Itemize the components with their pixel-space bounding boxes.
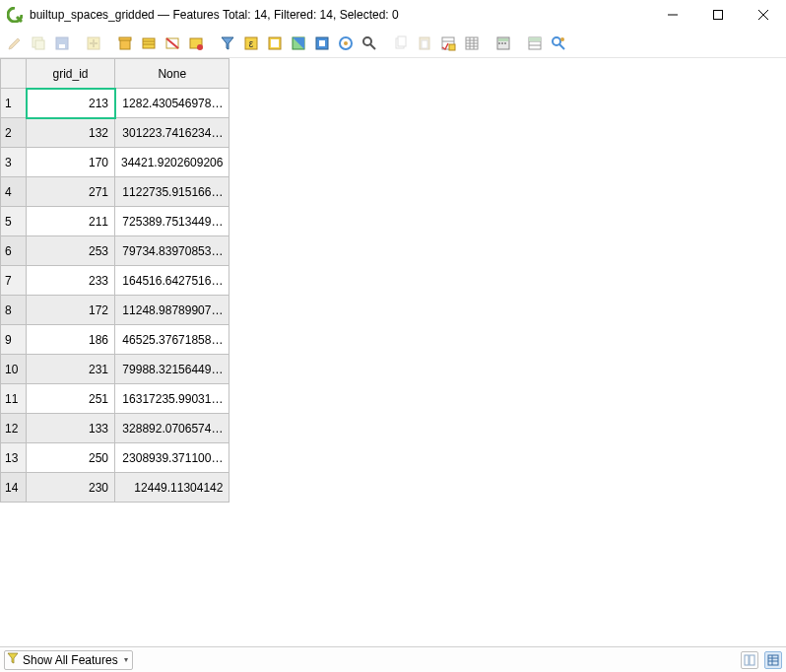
maximize-button[interactable] bbox=[695, 0, 741, 30]
svg-point-29 bbox=[363, 37, 371, 45]
row-header[interactable]: 8 bbox=[1, 296, 27, 325]
select-all-icon[interactable] bbox=[264, 33, 286, 54]
paste-cell-icon[interactable] bbox=[414, 33, 435, 54]
copy-icon[interactable] bbox=[162, 33, 183, 54]
filter-icon bbox=[7, 652, 19, 667]
column-header-none[interactable]: None bbox=[115, 59, 229, 89]
cell-none[interactable]: 79734.83970853… bbox=[115, 236, 229, 266]
svg-rect-12 bbox=[119, 37, 131, 40]
svg-rect-7 bbox=[59, 44, 65, 48]
zoom-to-selected-icon[interactable] bbox=[359, 33, 380, 54]
row-header[interactable]: 10 bbox=[1, 355, 27, 384]
copy-cell-icon[interactable] bbox=[390, 33, 412, 54]
titlebar: builtup_spaces_gridded — Features Total:… bbox=[0, 0, 786, 30]
delete-selected-icon[interactable] bbox=[114, 33, 136, 54]
row-header[interactable]: 3 bbox=[1, 148, 27, 177]
table-row[interactable]: 12133328892.0706574… bbox=[1, 414, 229, 443]
table-row[interactable]: 12131282.430546978… bbox=[1, 89, 229, 118]
deselect-all-icon[interactable] bbox=[311, 33, 333, 54]
column-header-grid-id[interactable]: grid_id bbox=[27, 59, 115, 89]
cell-grid-id[interactable]: 253 bbox=[27, 236, 115, 266]
table-row[interactable]: 132502308939.371100… bbox=[1, 443, 229, 473]
form-view-button[interactable] bbox=[741, 651, 758, 669]
cell-grid-id[interactable]: 230 bbox=[27, 473, 115, 503]
table-row[interactable]: 1023179988.32156449… bbox=[1, 355, 229, 384]
save-edits-icon[interactable] bbox=[51, 33, 73, 54]
cell-grid-id[interactable]: 233 bbox=[27, 266, 115, 296]
table-row[interactable]: 7233164516.6427516… bbox=[1, 266, 229, 296]
cell-grid-id[interactable]: 231 bbox=[27, 355, 115, 384]
svg-point-19 bbox=[197, 44, 203, 50]
conditional-format-icon[interactable] bbox=[524, 33, 546, 54]
cell-none[interactable]: 34421.9202609206 bbox=[115, 148, 229, 177]
svg-rect-52 bbox=[529, 37, 541, 41]
row-header[interactable]: 2 bbox=[1, 118, 27, 148]
new-field-icon[interactable] bbox=[437, 33, 459, 54]
row-header[interactable]: 4 bbox=[1, 177, 27, 207]
cell-grid-id[interactable]: 250 bbox=[27, 443, 115, 473]
table-row[interactable]: 1125116317235.99031… bbox=[1, 384, 229, 414]
cell-grid-id[interactable]: 170 bbox=[27, 148, 115, 177]
row-header[interactable]: 6 bbox=[1, 236, 27, 266]
cell-none[interactable]: 725389.7513449… bbox=[115, 207, 229, 236]
filter-mode-dropdown[interactable]: Show All Features ▾ bbox=[4, 650, 133, 670]
multiedit-icon[interactable] bbox=[28, 33, 49, 54]
cell-grid-id[interactable]: 133 bbox=[27, 414, 115, 443]
actions-icon[interactable] bbox=[548, 33, 569, 54]
cell-none[interactable]: 2308939.371100… bbox=[115, 443, 229, 473]
svg-line-54 bbox=[559, 44, 564, 49]
cut-icon[interactable] bbox=[138, 33, 160, 54]
filter-selected-icon[interactable] bbox=[335, 33, 357, 54]
select-by-expression-icon[interactable]: ε bbox=[240, 33, 262, 54]
cell-none[interactable]: 164516.6427516… bbox=[115, 266, 229, 296]
cell-grid-id[interactable]: 211 bbox=[27, 207, 115, 236]
corner-header[interactable] bbox=[1, 59, 27, 89]
cell-none[interactable]: 16317235.99031… bbox=[115, 384, 229, 414]
toolbar: ε bbox=[0, 30, 786, 57]
row-header[interactable]: 13 bbox=[1, 443, 27, 473]
filter-mode-label: Show All Features bbox=[23, 653, 118, 667]
cell-none[interactable]: 301223.7416234… bbox=[115, 118, 229, 148]
row-header[interactable]: 11 bbox=[1, 384, 27, 414]
pencil-icon[interactable] bbox=[4, 33, 26, 54]
cell-none[interactable]: 46525.37671858… bbox=[115, 325, 229, 355]
cell-none[interactable]: 11248.98789907… bbox=[115, 296, 229, 325]
invert-selection-icon[interactable] bbox=[288, 33, 309, 54]
paste-icon[interactable] bbox=[185, 33, 207, 54]
row-header[interactable]: 9 bbox=[1, 325, 27, 355]
table-row[interactable]: 5211725389.7513449… bbox=[1, 207, 229, 236]
table-row[interactable]: 1423012449.11304142 bbox=[1, 473, 229, 503]
cell-grid-id[interactable]: 213 bbox=[27, 89, 115, 118]
filter-icon[interactable] bbox=[217, 33, 238, 54]
table-row[interactable]: 2132301223.7416234… bbox=[1, 118, 229, 148]
attribute-table-scroll[interactable]: grid_id None 12131282.430546978…21323012… bbox=[0, 58, 786, 646]
svg-rect-47 bbox=[501, 42, 503, 44]
table-row[interactable]: 625379734.83970853… bbox=[1, 236, 229, 266]
row-header[interactable]: 14 bbox=[1, 473, 27, 503]
table-row[interactable]: 817211248.98789907… bbox=[1, 296, 229, 325]
cell-none[interactable]: 12449.11304142 bbox=[115, 473, 229, 503]
row-header[interactable]: 1 bbox=[1, 89, 27, 118]
close-button[interactable] bbox=[741, 0, 786, 30]
cell-grid-id[interactable]: 186 bbox=[27, 325, 115, 355]
table-row[interactable]: 42711122735.915166… bbox=[1, 177, 229, 207]
table-row[interactable]: 918646525.37671858… bbox=[1, 325, 229, 355]
svg-rect-45 bbox=[498, 38, 508, 41]
cell-grid-id[interactable]: 251 bbox=[27, 384, 115, 414]
cell-none[interactable]: 328892.0706574… bbox=[115, 414, 229, 443]
cell-none[interactable]: 1282.430546978… bbox=[115, 89, 229, 118]
cell-grid-id[interactable]: 132 bbox=[27, 118, 115, 148]
cell-grid-id[interactable]: 271 bbox=[27, 177, 115, 207]
field-calculator-icon[interactable] bbox=[492, 33, 514, 54]
cell-grid-id[interactable]: 172 bbox=[27, 296, 115, 325]
row-header[interactable]: 7 bbox=[1, 266, 27, 296]
table-view-button[interactable] bbox=[764, 651, 782, 669]
row-header[interactable]: 5 bbox=[1, 207, 27, 236]
table-row[interactable]: 317034421.9202609206 bbox=[1, 148, 229, 177]
delete-field-icon[interactable] bbox=[461, 33, 483, 54]
cell-none[interactable]: 79988.32156449… bbox=[115, 355, 229, 384]
row-header[interactable]: 12 bbox=[1, 414, 27, 443]
cell-none[interactable]: 1122735.915166… bbox=[115, 177, 229, 207]
minimize-button[interactable] bbox=[650, 0, 695, 30]
add-feature-icon[interactable] bbox=[83, 33, 104, 54]
